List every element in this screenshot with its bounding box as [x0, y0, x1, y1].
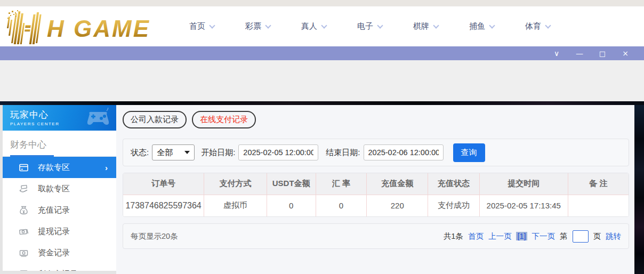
col-remark: 备 注 [568, 173, 629, 195]
col-recharge-status: 充值状态 [428, 173, 480, 195]
cell-usdt-amount: 0 [267, 195, 316, 216]
banknote-icon [19, 227, 29, 237]
prev-page-link[interactable]: 上一页 [488, 231, 512, 241]
status-label: 状态: [131, 148, 149, 158]
cell-exchange-rate: 0 [316, 195, 367, 216]
col-payment-method: 支付方式 [204, 173, 267, 195]
start-date-label: 开始日期: [201, 148, 235, 158]
cell-recharge-amount: 220 [367, 195, 428, 216]
record-icon [19, 269, 29, 271]
status-select-value: 全部 [157, 148, 173, 158]
sidebar-item-label: 利息宝记录 [38, 269, 78, 271]
table-header-row: 订单号 支付方式 USDT金额 汇 率 充值金额 充值状态 提交时间 备 注 [123, 173, 629, 195]
tab-online-payment-records[interactable]: 在线支付记录 [192, 111, 256, 128]
sidebar-item-label: 提现记录 [38, 227, 70, 237]
cell-payment-method: 虚拟币 [204, 195, 267, 216]
hand-money-icon [19, 184, 29, 194]
chevron-right-icon: › [105, 163, 108, 172]
records-table: 订单号 支付方式 USDT金额 汇 率 充值金额 充值状态 提交时间 备 注 1 [123, 173, 629, 217]
logo-text: H GAME [47, 15, 149, 42]
main-nav: 首页 彩票 真人 电子 棋牌 捕鱼 体育 [174, 21, 566, 31]
end-date-label: 结束日期: [326, 148, 360, 158]
money-stack-icon [19, 248, 29, 258]
nav-item-live[interactable]: 真人 [301, 21, 326, 31]
sidebar-item-clipped[interactable]: 利息宝记录 [3, 263, 116, 271]
current-page: [1] [516, 232, 527, 240]
jump-suffix: 页 [593, 231, 601, 241]
nav-item-sports[interactable]: 体育 [525, 21, 550, 31]
cell-order-number: 1738746825597364 [123, 195, 204, 216]
col-submit-time: 提交时间 [479, 173, 568, 195]
table-row: 1738746825597364 虚拟币 0 0 220 支付成功 2025-0… [123, 195, 629, 216]
chevron-down-icon [265, 22, 271, 28]
banner-strip [0, 101, 644, 105]
site-header: H GAME 首页 彩票 真人 电子 棋牌 捕鱼 体育 [0, 6, 644, 46]
nav-item-fishing[interactable]: 捕鱼 [469, 21, 494, 31]
players-center-header: 玩家中心 PLAYERS CENTER [3, 105, 116, 131]
sidebar-item-withdrawal-records[interactable]: 提现记录 [3, 221, 116, 242]
gamepad-icon [84, 108, 112, 128]
jump-page-input[interactable] [573, 230, 589, 243]
chevron-down-icon [489, 22, 495, 28]
tab-company-deposit-records[interactable]: 公司入款记录 [123, 111, 187, 128]
money-bag-icon [19, 205, 29, 215]
window-maximize-icon[interactable]: □ [598, 50, 607, 57]
cell-recharge-status: 支付成功 [428, 195, 480, 216]
cell-submit-time: 2025-02-05 17:13:45 [479, 195, 568, 216]
col-usdt-amount: USDT金额 [267, 173, 316, 195]
first-page-link[interactable]: 首页 [468, 231, 484, 241]
nav-item-lottery[interactable]: 彩票 [245, 21, 270, 31]
chevron-down-icon [377, 22, 383, 28]
content-region: 玩家中心 PLAYERS CENTER 财务中心 [0, 105, 644, 274]
select-arrow-icon [184, 151, 190, 154]
sidebar-item-label: 存款专区 [38, 163, 70, 173]
jump-button[interactable]: 跳转 [606, 231, 621, 241]
sidebar-item-recharge-records[interactable]: 充值记录 [3, 199, 116, 221]
start-date-input[interactable] [238, 144, 318, 160]
chevron-down-icon [321, 22, 327, 28]
chevron-down-icon [545, 22, 551, 28]
end-date-input[interactable] [364, 144, 444, 160]
window-minimize-icon[interactable]: — [575, 50, 584, 57]
main-panel: 公司入款记录 在线支付记录 状态: 全部 开始日期: 结束日期: 查询 [116, 105, 634, 274]
sidebar-item-label: 取款专区 [38, 184, 70, 194]
window-frame-top [0, 0, 644, 6]
status-select[interactable]: 全部 [152, 144, 195, 160]
nav-item-slots[interactable]: 电子 [357, 21, 382, 31]
sidebar-item-label: 充值记录 [38, 205, 70, 215]
next-page-link[interactable]: 下一页 [532, 231, 556, 241]
finance-center-section: 财务中心 [3, 131, 116, 157]
window-close-icon[interactable]: × [621, 50, 630, 57]
chevron-down-icon [209, 22, 215, 28]
jump-prefix: 第 [560, 231, 568, 241]
nav-item-home[interactable]: 首页 [189, 21, 214, 31]
pager-controls: 共1条 首页 上一页 [1] 下一页 第 页 跳转 [444, 230, 621, 243]
finance-center-label: 财务中心 [10, 140, 46, 150]
sidebar-menu: 存款专区 › 取款专区 充值记录 [3, 157, 116, 271]
sidebar-item-withdraw-zone[interactable]: 取款专区 [3, 178, 116, 199]
col-exchange-rate: 汇 率 [316, 173, 367, 195]
sidebar-item-label: 资金记录 [38, 248, 70, 258]
window-chevron-icon[interactable]: ∨ [552, 50, 561, 57]
page: H GAME 首页 彩票 真人 电子 棋牌 捕鱼 体育 ∨ — □ × 玩家中心… [0, 0, 644, 274]
cell-remark [568, 195, 629, 216]
chevron-down-icon [433, 22, 439, 28]
window-frame-right [634, 105, 644, 274]
filter-bar: 状态: 全部 开始日期: 结束日期: 查询 [123, 139, 629, 166]
col-order-number: 订单号 [123, 173, 204, 195]
pagination-bar: 每页显示20条 共1条 首页 上一页 [1] 下一页 第 页 跳转 [123, 223, 629, 249]
page-size-text: 每页显示20条 [131, 231, 178, 241]
deposit-card-icon [19, 163, 29, 173]
total-count: 共1条 [444, 231, 463, 241]
query-button[interactable]: 查询 [453, 143, 485, 162]
hgame-logo: H GAME [4, 9, 149, 44]
window-titlebar: ∨ — □ × [0, 46, 644, 60]
sidebar: 玩家中心 PLAYERS CENTER 财务中心 [3, 105, 116, 271]
sidebar-item-fund-records[interactable]: 资金记录 [3, 242, 116, 263]
sidebar-item-deposit-zone[interactable]: 存款专区 › [3, 157, 116, 178]
empty-band [0, 60, 644, 101]
col-recharge-amount: 充值金额 [367, 173, 428, 195]
nav-item-cards[interactable]: 棋牌 [413, 21, 438, 31]
record-tabs: 公司入款记录 在线支付记录 [123, 111, 629, 128]
